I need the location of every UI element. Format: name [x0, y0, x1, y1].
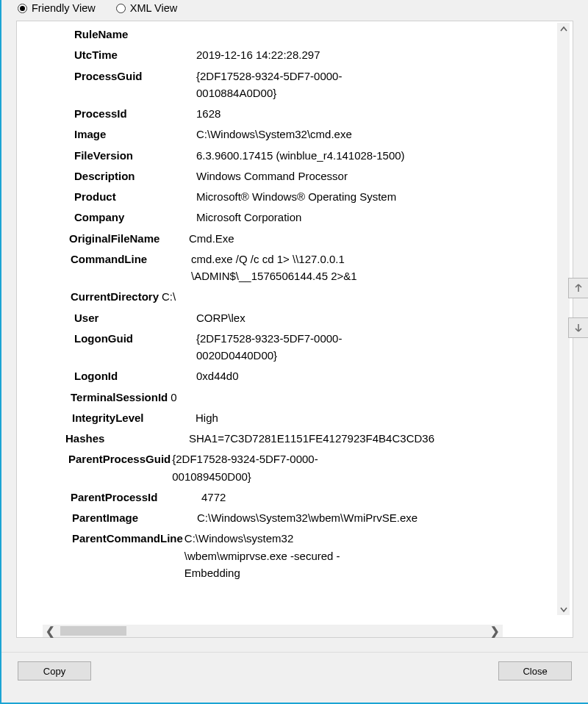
scroll-up-icon[interactable]	[557, 23, 570, 35]
scroll-track[interactable]	[60, 625, 485, 637]
field-value: C:\Windows\System32\wbem\WmiPrvSE.exe	[193, 509, 508, 526]
dialog-button-bar: Copy Close	[1, 652, 588, 703]
field-label: RuleName	[30, 26, 128, 43]
radio-icon	[18, 4, 27, 13]
field-value: Microsoft® Windows® Operating System	[196, 188, 508, 205]
field-value: CORP\lex	[196, 309, 508, 326]
horizontal-scrollbar[interactable]: ❮ ❯	[43, 625, 503, 637]
field-value: 1628	[196, 105, 508, 122]
field-value: {2DF17528-9324-5DF7-0000- 0010884A0D00}	[196, 68, 508, 102]
field-label: Product	[30, 188, 196, 205]
field-value: Microsoft Corporation	[196, 209, 508, 226]
field-label: IntegrityLevel	[30, 409, 190, 426]
xml-view-label: XML View	[130, 2, 177, 14]
field-label: LogonId	[30, 367, 196, 384]
field-value: cmd.exe /Q /c cd 1> \\127.0.0.1 \ADMIN$\…	[191, 251, 508, 285]
field-value: 0xd44d0	[196, 367, 508, 384]
field-label: CurrentDirectory	[30, 288, 159, 305]
field-label: ProcessGuid	[30, 68, 196, 85]
field-label: Image	[30, 126, 196, 143]
friendly-view-radio[interactable]: Friendly View	[18, 2, 96, 14]
view-mode-selector: Friendly View XML View	[1, 0, 588, 20]
event-kv-list: RuleName UtcTime2019-12-16 14:22:28.297 …	[30, 21, 508, 615]
field-value: {2DF17528-9324-5DF7-0000- 001089450D00}	[171, 450, 508, 485]
field-value: C:\Windows\System32\cmd.exe	[196, 126, 508, 143]
prev-event-button[interactable]	[568, 278, 588, 298]
field-label: ParentProcessGuid	[30, 450, 171, 467]
copy-button[interactable]: Copy	[18, 661, 91, 680]
field-label: ParentCommandLine	[30, 530, 183, 547]
event-properties-dialog: Friendly View XML View RuleName UtcTime2…	[0, 0, 588, 704]
field-label: TerminalSessionId	[30, 389, 168, 406]
xml-view-radio[interactable]: XML View	[116, 2, 177, 14]
field-value: 2019-12-16 14:22:28.297	[196, 46, 508, 63]
field-label: ProcessId	[30, 105, 196, 122]
event-detail-panel: RuleName UtcTime2019-12-16 14:22:28.297 …	[16, 21, 573, 638]
field-value: High	[190, 409, 508, 426]
next-event-button[interactable]	[568, 317, 588, 338]
radio-icon	[116, 4, 126, 13]
field-value: Windows Command Processor	[196, 168, 508, 184]
field-label: Hashes	[30, 430, 189, 447]
field-label: Company	[30, 209, 196, 226]
field-label: User	[30, 309, 196, 326]
field-label: FileVersion	[30, 147, 196, 164]
close-button-label: Close	[523, 666, 547, 677]
copy-button-label: Copy	[43, 666, 65, 677]
field-label: LogonGuid	[30, 330, 196, 347]
field-label: OriginalFileName	[30, 230, 193, 247]
scroll-right-icon[interactable]: ❯	[485, 625, 503, 637]
field-label: UtcTime	[30, 46, 196, 63]
field-value: 0	[168, 389, 508, 406]
scroll-down-icon[interactable]	[557, 603, 570, 615]
field-value: Cmd.Exe	[189, 230, 508, 247]
field-value: 6.3.9600.17415 (winblue_r4.141028-1500)	[196, 147, 508, 164]
field-label: CommandLine	[30, 251, 191, 267]
field-label: ParentImage	[30, 509, 193, 526]
field-value: C:\	[159, 288, 508, 305]
field-label: ParentProcessId	[30, 489, 201, 506]
friendly-view-label: Friendly View	[32, 2, 96, 14]
field-value: 4772	[201, 489, 508, 506]
field-value: SHA1=7C3D7281E1151FE4127923F4B4C3CD36	[189, 430, 508, 447]
scroll-thumb[interactable]	[60, 626, 126, 636]
close-button[interactable]: Close	[498, 661, 572, 680]
field-value: C:\Windows\system32 \wbem\wmiprvse.exe -…	[183, 530, 508, 581]
field-value: {2DF17528-9323-5DF7-0000- 0020D0440D00}	[196, 330, 508, 364]
scroll-left-icon[interactable]: ❮	[43, 625, 60, 637]
field-label: Description	[30, 168, 196, 184]
